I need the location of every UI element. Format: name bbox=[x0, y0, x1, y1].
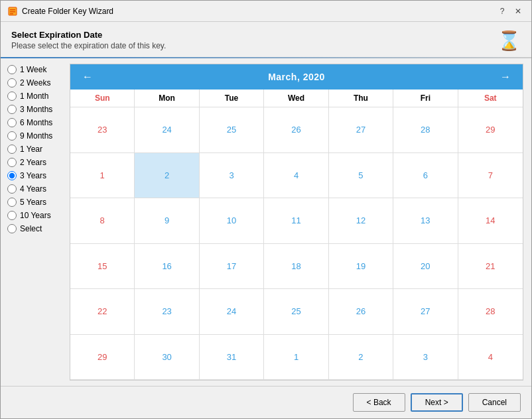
svg-rect-3 bbox=[10, 13, 13, 15]
back-button[interactable]: < Back bbox=[353, 393, 405, 412]
cal-cell-week5-day1[interactable]: 30 bbox=[135, 335, 199, 381]
cal-cell-week0-day6[interactable]: 29 bbox=[458, 107, 523, 153]
radio-select[interactable] bbox=[7, 224, 17, 233]
cal-cell-week1-day4[interactable]: 5 bbox=[329, 153, 393, 199]
cal-cell-week4-day3[interactable]: 25 bbox=[264, 289, 328, 335]
sidebar-item-9months[interactable]: 9 Months bbox=[7, 131, 60, 141]
sidebar-item-2years[interactable]: 2 Years bbox=[7, 158, 60, 167]
sidebar-item-select[interactable]: Select bbox=[7, 224, 60, 233]
cal-cell-week0-day4[interactable]: 27 bbox=[329, 107, 393, 153]
radio-1week[interactable] bbox=[7, 65, 17, 74]
close-button[interactable]: ✕ bbox=[511, 5, 525, 18]
sidebar-item-1year[interactable]: 1 Year bbox=[7, 145, 60, 154]
cal-cell-week5-day6[interactable]: 4 bbox=[458, 335, 523, 381]
cal-cell-week4-day5[interactable]: 27 bbox=[393, 289, 458, 335]
calendar-header: ← March, 2020 → bbox=[70, 64, 523, 90]
cal-cell-week0-day0[interactable]: 23 bbox=[70, 107, 135, 153]
sidebar-item-3years[interactable]: 3 Years bbox=[7, 171, 60, 180]
cal-cell-week0-day5[interactable]: 28 bbox=[393, 107, 458, 153]
sidebar-item-3months[interactable]: 3 Months bbox=[7, 105, 60, 114]
cal-cell-week2-day4[interactable]: 12 bbox=[329, 198, 393, 244]
cal-cell-week3-day2[interactable]: 17 bbox=[200, 244, 264, 290]
cal-cell-week2-day6[interactable]: 14 bbox=[458, 198, 523, 244]
radio-label-6months: 6 Months bbox=[20, 118, 52, 127]
cal-cell-week4-day1[interactable]: 23 bbox=[135, 289, 199, 335]
cal-cell-week1-day6[interactable]: 7 bbox=[458, 153, 523, 199]
cal-cell-week0-day2[interactable]: 25 bbox=[200, 107, 264, 153]
cal-cell-week0-day3[interactable]: 26 bbox=[264, 107, 328, 153]
cal-cell-week5-day4[interactable]: 2 bbox=[329, 335, 393, 381]
cal-cell-week1-day1[interactable]: 2 bbox=[135, 153, 199, 199]
radio-2weeks[interactable] bbox=[7, 78, 17, 88]
help-button[interactable]: ? bbox=[496, 5, 509, 18]
radio-5years[interactable] bbox=[7, 198, 17, 207]
cal-cell-week2-day5[interactable]: 13 bbox=[393, 198, 458, 244]
cal-cell-week2-day0[interactable]: 8 bbox=[70, 198, 135, 244]
radio-4years[interactable] bbox=[7, 184, 17, 194]
radio-label-5years: 5 Years bbox=[20, 198, 46, 207]
sidebar-item-10years[interactable]: 10 Years bbox=[7, 211, 60, 220]
sidebar-item-1month[interactable]: 1 Month bbox=[7, 91, 60, 101]
radio-2years[interactable] bbox=[7, 158, 17, 167]
sidebar: 1 Week2 Weeks1 Month3 Months6 Months9 Mo… bbox=[1, 58, 67, 386]
title-bar-controls: ? ✕ bbox=[496, 5, 525, 18]
calendar-days-header: SunMonTueWedThuFriSat bbox=[70, 90, 523, 107]
app-icon bbox=[7, 6, 18, 17]
next-button[interactable]: Next > bbox=[411, 393, 463, 412]
cal-cell-week1-day2[interactable]: 3 bbox=[200, 153, 264, 199]
cal-cell-week4-day0[interactable]: 22 bbox=[70, 289, 135, 335]
day-header-sat: Sat bbox=[458, 90, 523, 107]
title-bar-left: Create Folder Key Wizard bbox=[7, 6, 113, 17]
title-bar: Create Folder Key Wizard ? ✕ bbox=[1, 1, 531, 22]
cal-cell-week0-day1[interactable]: 24 bbox=[135, 107, 199, 153]
cal-cell-week5-day2[interactable]: 31 bbox=[200, 335, 264, 381]
cal-cell-week1-day5[interactable]: 6 bbox=[393, 153, 458, 199]
main-content: 1 Week2 Weeks1 Month3 Months6 Months9 Mo… bbox=[1, 58, 531, 386]
radio-3months[interactable] bbox=[7, 105, 17, 114]
sidebar-item-4years[interactable]: 4 Years bbox=[7, 184, 60, 194]
sidebar-item-1week[interactable]: 1 Week bbox=[7, 65, 60, 74]
cal-cell-week5-day3[interactable]: 1 bbox=[264, 335, 328, 381]
day-header-sun: Sun bbox=[70, 90, 135, 107]
radio-label-2years: 2 Years bbox=[20, 158, 46, 167]
cancel-button[interactable]: Cancel bbox=[468, 393, 521, 412]
cal-cell-week2-day3[interactable]: 11 bbox=[264, 198, 328, 244]
calendar-section: ← March, 2020 → SunMonTueWedThuFriSat 23… bbox=[67, 58, 531, 386]
cal-cell-week5-day0[interactable]: 29 bbox=[70, 335, 135, 381]
svg-rect-1 bbox=[10, 9, 15, 11]
cal-cell-week4-day6[interactable]: 28 bbox=[458, 289, 523, 335]
radio-1year[interactable] bbox=[7, 145, 17, 154]
cal-cell-week3-day3[interactable]: 18 bbox=[264, 244, 328, 290]
day-header-tue: Tue bbox=[200, 90, 264, 107]
cal-cell-week3-day1[interactable]: 16 bbox=[135, 244, 199, 290]
radio-6months[interactable] bbox=[7, 118, 17, 127]
cal-cell-week3-day4[interactable]: 19 bbox=[329, 244, 393, 290]
header-subtitle: Please select the expiration date of thi… bbox=[11, 41, 166, 50]
sidebar-item-6months[interactable]: 6 Months bbox=[7, 118, 60, 127]
cal-cell-week3-day5[interactable]: 20 bbox=[393, 244, 458, 290]
cal-cell-week2-day2[interactable]: 10 bbox=[200, 198, 264, 244]
cal-cell-week4-day4[interactable]: 26 bbox=[329, 289, 393, 335]
radio-1month[interactable] bbox=[7, 91, 17, 101]
sidebar-item-2weeks[interactable]: 2 Weeks bbox=[7, 78, 60, 88]
radio-label-9months: 9 Months bbox=[20, 131, 52, 141]
cal-cell-week4-day2[interactable]: 24 bbox=[200, 289, 264, 335]
radio-10years[interactable] bbox=[7, 211, 17, 220]
header-text: Select Expiration Date Please select the… bbox=[11, 30, 166, 50]
svg-rect-2 bbox=[10, 11, 15, 13]
radio-label-1year: 1 Year bbox=[20, 145, 42, 154]
calendar-month-title: March, 2020 bbox=[268, 72, 325, 82]
day-header-mon: Mon bbox=[135, 90, 199, 107]
radio-9months[interactable] bbox=[7, 131, 17, 141]
cal-cell-week3-day0[interactable]: 15 bbox=[70, 244, 135, 290]
next-month-button[interactable]: → bbox=[496, 70, 515, 84]
cal-cell-week2-day1[interactable]: 9 bbox=[135, 198, 199, 244]
cal-cell-week1-day0[interactable]: 1 bbox=[70, 153, 135, 199]
cal-cell-week3-day6[interactable]: 21 bbox=[458, 244, 523, 290]
prev-month-button[interactable]: ← bbox=[78, 70, 97, 84]
calendar-grid: 2324252627282912345678910111213141516171… bbox=[70, 107, 523, 380]
sidebar-item-5years[interactable]: 5 Years bbox=[7, 198, 60, 207]
cal-cell-week5-day5[interactable]: 3 bbox=[393, 335, 458, 381]
cal-cell-week1-day3[interactable]: 4 bbox=[264, 153, 328, 199]
radio-3years[interactable] bbox=[7, 171, 17, 180]
